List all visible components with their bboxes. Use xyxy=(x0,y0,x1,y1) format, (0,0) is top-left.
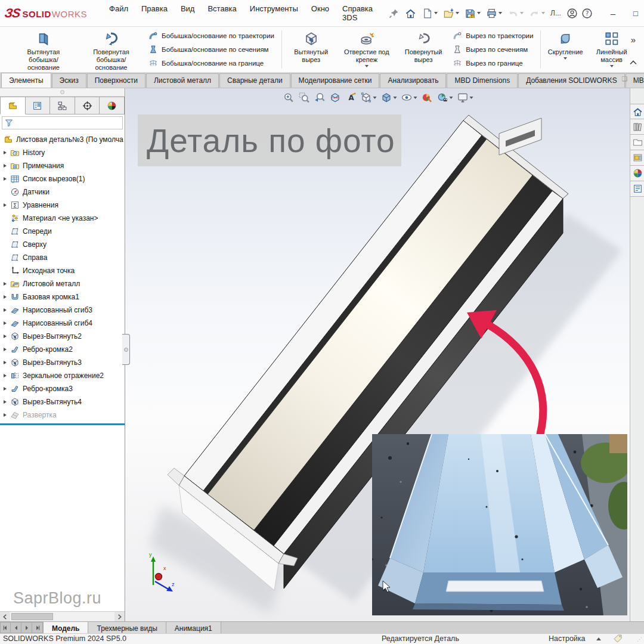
task-pane-file-explorer-button[interactable] xyxy=(630,135,644,150)
tree-item-5[interactable]: Материал <не указан> xyxy=(0,212,125,225)
expand-arrow-icon[interactable] xyxy=(0,361,10,364)
nav-last-button[interactable] xyxy=(32,622,43,633)
expand-arrow-icon[interactable] xyxy=(0,308,10,312)
command-tab-2[interactable]: Поверхности xyxy=(87,73,145,88)
scroll-right-icon[interactable] xyxy=(114,612,125,621)
redo-button[interactable] xyxy=(527,6,547,21)
menu-item-0[interactable]: Файл xyxy=(103,1,135,26)
minimize-button[interactable]: – xyxy=(603,4,623,22)
tree-item-20[interactable]: Развертка xyxy=(0,408,125,422)
tree-item-11[interactable]: Базовая кромка1 xyxy=(0,290,125,304)
display-style-dropdown-icon[interactable] xyxy=(373,97,376,99)
display-style-button[interactable] xyxy=(359,91,377,104)
manager-tab-display-manager[interactable] xyxy=(100,97,125,114)
print-dropdown-icon[interactable] xyxy=(499,12,502,14)
view-orientation-button[interactable] xyxy=(379,91,398,104)
tree-item-16[interactable]: Вырез-Вытянуть3 xyxy=(0,356,125,369)
maximize-button[interactable]: □ xyxy=(626,4,644,22)
previous-view-button[interactable] xyxy=(312,91,326,104)
manager-tab-dimxpert[interactable] xyxy=(75,97,100,114)
sheet-tab-1[interactable]: Трехмерные виды xyxy=(88,622,166,633)
status-customize-button[interactable]: Настройка xyxy=(549,634,586,643)
tree-item-17[interactable]: Зеркальное отражение2 xyxy=(0,369,125,382)
sheet-tab-2[interactable]: Анимация1 xyxy=(166,622,221,633)
tree-item-14[interactable]: Вырез-Вытянуть2 xyxy=(0,330,125,343)
expand-arrow-icon[interactable] xyxy=(0,374,10,377)
nav-next-button[interactable] xyxy=(21,622,32,633)
ribbon-button-fillet[interactable]: Скругление xyxy=(546,28,585,71)
print-button[interactable] xyxy=(484,6,504,21)
task-pane-custom-properties-button[interactable] xyxy=(630,181,644,197)
apply-scene-dropdown-icon[interactable] xyxy=(449,97,453,99)
menu-item-1[interactable]: Правка xyxy=(135,1,174,26)
tree-item-2[interactable]: Список вырезов(1) xyxy=(0,172,125,185)
fillet-dropdown-icon[interactable] xyxy=(564,57,567,60)
tree-item-12[interactable]: Нарисованный сгиб3 xyxy=(0,304,125,317)
undo-dropdown-icon[interactable] xyxy=(520,12,524,14)
undo-button[interactable] xyxy=(506,6,525,21)
manager-tab-configuration-manager[interactable] xyxy=(50,97,75,114)
tree-item-13[interactable]: Нарисованный сгиб4 xyxy=(0,317,125,330)
task-pane-view-palette-button[interactable] xyxy=(630,150,644,166)
ribbon-button-hole-wizard[interactable]: Отверстие под крепеж xyxy=(337,28,397,71)
rollback-bar[interactable] xyxy=(0,423,125,425)
ribbon-button-extruded-cut[interactable]: Вытянутый вырез xyxy=(287,28,336,71)
graphics-viewport[interactable]: A Деталь по фото xyxy=(126,88,630,621)
ribbon-button-boundary-cut[interactable]: Вырез по границе xyxy=(453,57,533,70)
nav-first-button[interactable] xyxy=(0,622,11,633)
tree-filter-input[interactable] xyxy=(2,116,123,129)
ribbon-button-revolved-cut[interactable]: Повернутый вырез xyxy=(398,28,449,71)
expand-arrow-icon[interactable] xyxy=(0,413,10,417)
tree-item-0[interactable]: History xyxy=(0,146,125,159)
panel-horizontal-scrollbar[interactable] xyxy=(0,611,125,621)
home-button[interactable] xyxy=(403,6,418,21)
expand-arrow-icon[interactable] xyxy=(0,387,10,391)
sheet-tab-0[interactable]: Модель xyxy=(43,622,88,633)
panel-splitter-handle[interactable] xyxy=(122,334,130,365)
task-pane-appearances-button[interactable] xyxy=(630,166,644,181)
help-button[interactable]: ? xyxy=(580,6,595,21)
command-tab-0[interactable]: Элементы xyxy=(1,73,51,88)
tree-item-8[interactable]: Справа xyxy=(0,251,125,264)
view-orientation-dropdown-icon[interactable] xyxy=(393,97,397,99)
pin-button[interactable] xyxy=(386,6,401,21)
ribbon-button-boss-extrude[interactable]: Вытянутая бобышка/основание xyxy=(11,28,76,71)
ribbon-button-swept-cut[interactable]: Вырез по траектории xyxy=(453,29,533,42)
expand-arrow-icon[interactable] xyxy=(0,400,10,404)
command-tab-1[interactable]: Эскиз xyxy=(52,73,86,88)
command-tab-6[interactable]: Анализировать xyxy=(380,73,446,88)
tree-item-15[interactable]: Ребро-кромка2 xyxy=(0,343,125,356)
expand-arrow-icon[interactable] xyxy=(0,164,10,168)
doc-minimize-button[interactable]: – xyxy=(609,76,614,83)
menu-item-3[interactable]: Вставка xyxy=(201,1,243,26)
tree-item-4[interactable]: ΣУравнения xyxy=(0,199,125,212)
tree-item-9[interactable]: Исходная точка xyxy=(0,264,125,277)
ribbon-overflow-button[interactable]: » xyxy=(631,35,636,44)
linear-pattern-dropdown-icon[interactable] xyxy=(610,65,614,67)
manager-tab-part[interactable] xyxy=(0,97,26,114)
scroll-left-icon[interactable] xyxy=(0,612,10,621)
ribbon-button-boundary-boss[interactable]: Бобышка/основание на границе xyxy=(148,57,274,70)
ribbon-button-sweep-boss[interactable]: Бобышка/основание по траектории xyxy=(148,29,274,42)
expand-arrow-icon[interactable] xyxy=(0,151,10,154)
tree-item-7[interactable]: Сверху xyxy=(0,238,125,251)
expand-arrow-icon[interactable] xyxy=(0,348,10,351)
annotation-visibility-button[interactable]: A xyxy=(343,91,357,104)
section-view-button[interactable] xyxy=(328,91,342,104)
view-settings-button[interactable] xyxy=(456,91,474,104)
command-tab-7[interactable]: MBD Dimensions xyxy=(447,73,518,88)
expand-arrow-icon[interactable] xyxy=(0,321,10,325)
tree-root-item[interactable]: Листовая деталь№3 (По умолча xyxy=(0,133,125,146)
new-document-button[interactable] xyxy=(420,6,439,21)
command-tab-5[interactable]: Моделирование сетки xyxy=(291,73,380,88)
panel-splitter-top[interactable] xyxy=(0,88,125,97)
tree-item-1[interactable]: AПримечания xyxy=(0,159,125,172)
new-document-dropdown-icon[interactable] xyxy=(434,12,438,14)
tree-item-19[interactable]: Вырез-Вытянуть4 xyxy=(0,395,125,408)
task-pane-design-library-button[interactable] xyxy=(630,119,644,135)
tree-item-10[interactable]: Листовой металл xyxy=(0,277,125,290)
expand-arrow-icon[interactable] xyxy=(0,177,10,181)
tree-item-6[interactable]: Спереди xyxy=(0,225,125,238)
status-tag-icon[interactable] xyxy=(613,634,623,643)
menu-item-5[interactable]: Окно xyxy=(305,1,336,26)
